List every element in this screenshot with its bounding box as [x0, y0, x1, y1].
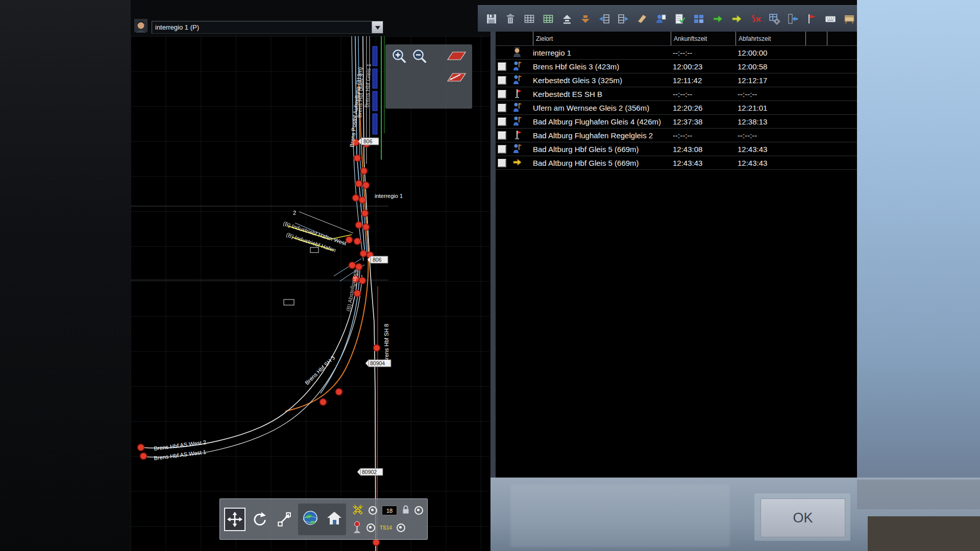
insert-column-right-icon[interactable]	[616, 11, 631, 27]
timetable-row[interactable]: Ufern am Wernsee Gleis 2 (356m) 12:20:26…	[496, 101, 857, 115]
move-down-icon[interactable]	[578, 11, 594, 27]
signal-layer-radio[interactable]	[366, 523, 375, 532]
row-checkbox[interactable]	[498, 159, 506, 167]
row-checkbox[interactable]	[498, 104, 506, 112]
row-ankunftszeit: --:--:--	[673, 90, 692, 98]
timetable-grid-green-icon[interactable]	[541, 11, 556, 27]
row-abfahrtszeit: 12:00:00	[738, 48, 767, 57]
row-abfahrtszeit: --:--:--	[738, 90, 757, 98]
timetable-row[interactable]: Bad Altburg Hbf Gleis 5 (669m) 12:43:43 …	[496, 156, 857, 170]
ts-layer-label: TS14	[380, 525, 392, 531]
depart-icon	[512, 157, 522, 169]
column-header-zielort[interactable]: Zielort	[533, 32, 671, 45]
background-building	[857, 480, 980, 509]
timetable-row[interactable]: Brens Hbf Gleis 3 (423m) 12:00:23 12:00:…	[496, 60, 857, 73]
move-up-icon[interactable]	[559, 11, 575, 27]
export-icon[interactable]	[786, 11, 801, 27]
table-settings-icon[interactable]	[767, 11, 782, 27]
row-ankunftszeit: 12:00:23	[673, 62, 702, 71]
block-sign: 80902	[357, 468, 383, 475]
assign-grid-icon[interactable]	[691, 11, 706, 27]
column-header-abfahrtszeit[interactable]: Abfahrtszeit	[736, 32, 805, 45]
depot-icon[interactable]	[842, 11, 857, 27]
sign-label: 80904	[370, 360, 385, 366]
row-ankunftszeit: 12:37:38	[673, 117, 702, 126]
timetable-grid-icon[interactable]	[522, 11, 537, 27]
checklist-icon[interactable]	[672, 11, 688, 27]
lock-icon[interactable]	[402, 505, 410, 516]
timetable-row[interactable]: Bad Altburg Hbf Gleis 5 (669m) 12:43:08 …	[496, 142, 857, 156]
row-ankunftszeit: --:--:--	[673, 48, 692, 57]
pan-tool-button[interactable]	[224, 508, 246, 531]
home-view-button[interactable]	[326, 510, 343, 529]
row-ankunftszeit: 12:20:26	[673, 104, 702, 112]
map-view[interactable]: 806 806 80904 80902 Brens Postbf Aufstel…	[131, 36, 489, 551]
stop-icon	[512, 102, 522, 114]
rotate-tool-button[interactable]	[249, 508, 270, 531]
screen: interregio 1 (P)	[0, 0, 980, 551]
add-route-icon[interactable]	[710, 11, 725, 27]
train-select-value: interregio 1 (P)	[152, 23, 372, 31]
set-flag-icon[interactable]	[804, 11, 819, 27]
row-zielort: Kerbestedt Gleis 3 (325m)	[533, 76, 622, 85]
ok-button[interactable]: OK	[761, 498, 845, 537]
train-select-dropdown[interactable]: interregio 1 (P)	[152, 21, 383, 34]
row-ankunftszeit: 12:43:43	[673, 159, 702, 167]
row-zielort: Kerbestedt ES SH B	[533, 90, 602, 98]
map-layer-controls: 18	[352, 504, 423, 535]
delete-icon[interactable]	[503, 11, 518, 27]
row-abfahrtszeit: 12:43:43	[738, 159, 767, 167]
flag-icon	[512, 130, 522, 141]
copy-schedule-icon[interactable]	[653, 11, 669, 27]
row-checkbox[interactable]	[498, 145, 506, 154]
map-label: interregio 1	[375, 193, 403, 199]
row-checkbox[interactable]	[498, 131, 506, 140]
row-checkbox[interactable]	[498, 62, 506, 71]
save-icon[interactable]	[484, 11, 499, 27]
map-overlay-panel	[385, 44, 472, 109]
append-route-icon[interactable]	[729, 11, 744, 27]
stop-icon	[512, 61, 522, 72]
timetable-row[interactable]: Bad Altburg Flughafen Gleis 4 (426m) 12:…	[496, 115, 857, 129]
column-header-ankunftszeit[interactable]: Ankunftszeit	[671, 32, 736, 45]
row-ankunftszeit: 12:11:42	[673, 76, 702, 85]
ts-layer-radio[interactable]	[397, 523, 405, 532]
remove-route-icon[interactable]	[748, 11, 763, 27]
dropdown-arrow-icon[interactable]	[372, 21, 383, 33]
block-sign: 806	[368, 256, 388, 263]
lock-radio[interactable]	[414, 506, 423, 515]
track-layer-radio[interactable]	[369, 506, 377, 515]
sign-label: 80902	[362, 469, 377, 475]
track-edit-icon[interactable]	[445, 48, 468, 64]
row-zielort: Bad Altburg Hbf Gleis 5 (669m)	[533, 159, 639, 167]
row-zielort: interregio 1	[533, 48, 571, 57]
map-canvas[interactable]: 806 806 80904 80902 Brens Postbf Aufstel…	[131, 36, 489, 551]
row-abfahrtszeit: 12:00:58	[738, 62, 767, 71]
driver-portrait-icon	[134, 18, 148, 33]
zoom-level-value[interactable]: 18	[382, 506, 397, 515]
keyboard-icon[interactable]	[823, 11, 838, 27]
link-tool-button[interactable]	[274, 508, 295, 531]
timetable-row[interactable]: interregio 1 --:--:-- 12:00:00	[496, 46, 857, 60]
globe-view-button[interactable]	[302, 510, 319, 529]
row-checkbox[interactable]	[498, 76, 506, 85]
row-abfahrtszeit: --:--:--	[738, 131, 757, 140]
background-building	[868, 516, 980, 551]
timetable: Zielort Ankunftszeit Abfahrtszeit interr…	[496, 32, 857, 478]
row-checkbox[interactable]	[498, 117, 506, 126]
zoom-in-button[interactable]	[391, 48, 408, 65]
timetable-row[interactable]: Kerbestedt Gleis 3 (325m) 12:11:42 12:12…	[496, 73, 857, 87]
row-abfahrtszeit: 12:43:43	[738, 145, 767, 154]
background-sky	[857, 0, 980, 478]
sign-label: 806	[363, 138, 373, 144]
tool-icon[interactable]	[634, 11, 650, 27]
zoom-out-button[interactable]	[412, 48, 428, 65]
stop-icon	[512, 143, 522, 155]
insert-column-left-icon[interactable]	[597, 11, 612, 27]
timetable-row[interactable]: Bad Altburg Flughafen Regelgleis 2 --:--…	[496, 129, 857, 142]
row-zielort: Brens Hbf Gleis 3 (423m)	[533, 62, 619, 71]
row-checkbox[interactable]	[498, 90, 506, 98]
timetable-row[interactable]: Kerbestedt ES SH B --:--:-- --:--:--	[496, 87, 857, 101]
track-draw-icon[interactable]	[445, 69, 468, 84]
map-label: Brens Hbf SH 8	[383, 324, 389, 363]
